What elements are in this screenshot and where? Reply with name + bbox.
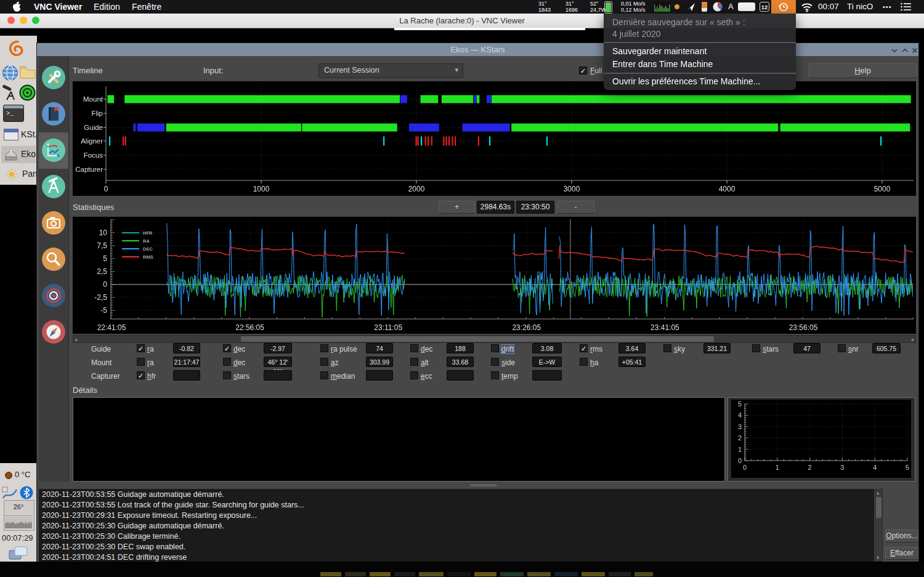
location-arrow-icon[interactable] — [686, 2, 695, 14]
details-chart[interactable] — [731, 400, 911, 478]
options-button[interactable]: Options... — [885, 530, 918, 543]
module-analyze-button[interactable] — [41, 138, 66, 165]
files-folder-icon[interactable] — [19, 64, 36, 83]
stat-value[interactable]: -0.82 — [173, 343, 200, 353]
guide-dec-checkbox[interactable]: ✓ — [223, 344, 231, 352]
guide-ra-checkbox[interactable]: ✓ — [137, 344, 145, 352]
module-setup-button[interactable] — [41, 65, 66, 92]
timeline-chart[interactable] — [73, 81, 916, 196]
guide-dec-checkbox[interactable] — [410, 344, 418, 352]
web-globe-icon[interactable] — [2, 65, 18, 84]
wifi-icon[interactable] — [801, 2, 813, 15]
battery-icon[interactable] — [604, 1, 612, 14]
stat-value[interactable]: 303.99 — [366, 357, 393, 367]
taskbar-item-panel[interactable]: Pan... — [1, 166, 36, 183]
apple-menu-icon[interactable] — [12, 1, 22, 15]
guide-snr-checkbox[interactable] — [838, 344, 846, 352]
stat-value[interactable]: 46° 12' 20" — [264, 357, 292, 367]
clear-log-button[interactable]: Effacer — [885, 547, 918, 560]
menubar-clock[interactable]: 00:07 — [818, 0, 839, 14]
window-maximize-icon[interactable] — [901, 46, 909, 57]
guide-ra-pulse-checkbox[interactable] — [320, 344, 328, 352]
mount-ra-checkbox[interactable] — [137, 358, 145, 366]
status-dot-icon[interactable] — [675, 4, 679, 9]
guide-stars-checkbox[interactable] — [752, 344, 760, 352]
module-guide-button[interactable] — [41, 283, 66, 310]
tm-enter-item[interactable]: Entrer dans Time Machine — [612, 59, 713, 69]
text-input-icon[interactable]: A — [728, 0, 734, 14]
stat-value[interactable]: 331.21 — [703, 343, 731, 353]
stat-value[interactable] — [366, 370, 393, 381]
guide-drift-checkbox[interactable] — [491, 344, 499, 352]
mount-dec-checkbox[interactable] — [223, 358, 231, 366]
stat-value[interactable]: 188 — [447, 343, 474, 353]
stat-value[interactable]: 47 — [793, 343, 821, 353]
guide-target-icon[interactable] — [19, 84, 36, 103]
menu-fenetre[interactable]: Fenêtre — [132, 0, 161, 14]
full-checkbox[interactable]: ✓ — [579, 67, 587, 75]
telescope-icon[interactable] — [1, 84, 18, 103]
stat-value[interactable] — [532, 370, 562, 381]
stat-value[interactable]: 74 — [366, 343, 393, 353]
mount-side-checkbox[interactable] — [491, 358, 499, 366]
device-status-icon[interactable] — [702, 2, 707, 12]
menubar-user[interactable]: Ti nicO — [847, 0, 873, 14]
splitter[interactable] — [39, 482, 918, 489]
more-dots-icon[interactable]: ••• — [883, 0, 892, 14]
scroll-down-icon[interactable]: ▾ — [877, 554, 879, 561]
mount-alt-checkbox[interactable] — [410, 358, 418, 366]
guide-sky-checkbox[interactable] — [663, 344, 671, 352]
stat-value[interactable] — [264, 370, 292, 381]
scrollbar-thumb[interactable] — [241, 336, 714, 342]
capturer-temp-checkbox[interactable] — [491, 371, 499, 379]
taskbar-item-ekos[interactable]: Eko... — [1, 146, 36, 163]
stat-value[interactable]: E->W — [532, 357, 562, 367]
stat-value[interactable]: 21:17:47 — [173, 357, 200, 367]
tm-preferences-item[interactable]: Ouvrir les préférences Time Machine... — [612, 76, 760, 86]
stat-value[interactable]: 3.08 — [532, 343, 562, 353]
window-close-icon[interactable] — [911, 46, 918, 57]
zoom-in-button[interactable]: + — [439, 201, 475, 214]
kstars-logo-icon[interactable] — [6, 38, 30, 64]
workspace-switcher-icon[interactable] — [9, 546, 28, 563]
menu-app-name[interactable]: VNC Viewer — [34, 0, 82, 14]
stat-value[interactable]: +05:41 — [618, 357, 646, 367]
scroll-up-icon[interactable]: ▴ — [877, 490, 879, 496]
stat-value[interactable]: 605.75 — [872, 343, 901, 353]
clock-time-box[interactable]: 23:30:50 — [516, 201, 554, 214]
display-icon[interactable] — [738, 2, 755, 11]
stat-value[interactable] — [173, 370, 200, 381]
module-capture-button[interactable] — [41, 211, 66, 238]
stat-value[interactable] — [447, 370, 474, 381]
stat-value[interactable]: -2.97 — [264, 343, 292, 353]
module-focus-button[interactable] — [41, 247, 66, 274]
guide-rms-checkbox[interactable]: ✓ — [580, 344, 588, 352]
capturer-stars-checkbox[interactable] — [223, 371, 231, 379]
taskbar-item-kstars[interactable]: KSt... — [1, 126, 36, 143]
capturer-hfr-checkbox[interactable]: ✓ — [137, 371, 145, 379]
help-button[interactable]: Help — [809, 63, 917, 78]
window-shade-icon[interactable] — [891, 46, 898, 57]
time-mach_highlight[interactable] — [771, 0, 796, 14]
log-vertical-scrollbar[interactable]: ▴ ▾ — [875, 489, 883, 562]
capturer-median-checkbox[interactable] — [320, 371, 328, 379]
status-network-speed[interactable]: 0,01 Mo/s0,12 Mo/s — [621, 1, 653, 13]
log-scrollbar-thumb[interactable] — [876, 497, 881, 518]
disk-usage-pie-icon[interactable] — [713, 2, 723, 14]
log-panel[interactable]: 2020-11-23T00:53:55 Guidage automatique … — [39, 489, 874, 562]
module-mount-button[interactable] — [41, 174, 66, 201]
menu-edition[interactable]: Edition — [94, 0, 120, 14]
capturer-ecc-checkbox[interactable] — [410, 371, 418, 379]
mount-az-checkbox[interactable] — [320, 358, 328, 366]
mount-ha-checkbox[interactable] — [580, 358, 588, 366]
tm-backup-now-item[interactable]: Sauvegarder maintenant — [612, 46, 707, 56]
input-session-select[interactable]: Current Session ▾ — [318, 63, 463, 78]
statistics-chart[interactable] — [73, 217, 916, 334]
splitter-handle-icon[interactable] — [470, 484, 497, 486]
elapsed-time-box[interactable]: 2984.63s — [477, 201, 514, 214]
zoom-out-button[interactable]: - — [557, 201, 594, 214]
calendar-icon[interactable]: 12 — [760, 2, 769, 12]
notification-center-icon[interactable] — [901, 2, 912, 14]
module-scheduler-button[interactable] — [41, 102, 66, 129]
terminal-icon[interactable]: >_ — [3, 105, 24, 122]
